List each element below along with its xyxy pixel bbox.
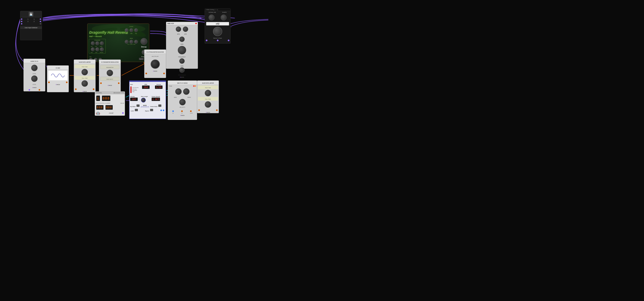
arp-bpm-display[interactable]: 164 [142,86,150,89]
mindi-ports [122,112,124,114]
arp-oct-spread-display[interactable]: 1 OCT [152,98,160,101]
slew-left-fall-knob[interactable] [82,80,88,87]
ams-apr-knob[interactable] [183,26,188,32]
midi-cv-bend-knob[interactable] [183,88,190,95]
input-port-2[interactable] [21,21,22,22]
midi-cv-in-port[interactable] [172,110,174,112]
bypass-button[interactable]: Bypass [139,58,144,60]
input-port-m[interactable] [21,23,22,24]
cv-param-in-port[interactable] [100,82,102,84]
arp-vel-display[interactable]: 107 [130,98,138,101]
spin-knob[interactable] [96,48,99,51]
audio-to-cv-level-knob-2[interactable] [31,76,38,82]
xfade-in-port-r[interactable] [217,40,218,41]
auto-input-selector-header: 💾 [20,11,42,17]
arp-cv-out[interactable] [163,110,164,111]
signal-ab-knob[interactable] [209,14,214,20]
audio-to-cv-title-bar: AUDIO TO CV [24,59,45,63]
diff-knob[interactable] [96,42,99,45]
arp-bypass-btn[interactable] [150,109,153,111]
ams-freq-knob[interactable] [178,46,186,54]
size-knob[interactable] [91,42,94,45]
dry-knob[interactable] [134,28,138,32]
slew-left-ports [74,88,96,90]
midi-cv-mod-logo: ⊙MOD [168,114,197,116]
ams-gain-knob-1[interactable] [179,36,185,42]
sync-opt-2: Midi Sync [132,88,139,90]
ams-frequency: FREQUENCY [166,46,198,58]
arp-bypass-section: Bypass [145,109,153,112]
cv-abs-out-port[interactable] [66,82,68,83]
decay-section: Decay [140,38,147,48]
mod-arpeggiator-module: Sync Free Running Midi Sync Quantized St… [129,80,166,119]
midi-cv-mod-label: MOD [174,97,176,98]
audio-to-cv-level-knob-1[interactable] [31,65,38,71]
mult-knob-high[interactable] [134,40,138,44]
cv-param-out-port[interactable] [118,82,120,84]
slew-left-fall-label: FALL TIME [82,78,88,79]
ams-gain-knob-2[interactable] [179,58,185,64]
ams-res-knob[interactable] [179,68,185,73]
arp-oct-mode-btn[interactable] [158,104,161,107]
width-knob[interactable] [100,42,104,45]
midi-cv-mod-knob[interactable] [175,88,182,95]
midi-cv-vel-knob[interactable] [179,99,186,105]
cv-param-knob[interactable] [107,70,113,76]
arp-mode-btn[interactable] [136,104,140,107]
cv-att-main-knob[interactable] [150,60,160,69]
arp-bpm-label: BPM [144,84,147,85]
xfade-out-port[interactable] [228,40,230,41]
cut-label: Cut [127,44,129,45]
input-port-1[interactable] [21,18,22,20]
slew-left-content: RISE TIME FALL TIME [74,64,96,88]
arp-logo-text: MOD [141,105,149,106]
mindi-out-port[interactable] [122,112,124,114]
mindi-labels: NOTE/CONTROL NUMBER VALUE [95,102,125,104]
output-port-1[interactable] [40,18,41,20]
slew-right-fall-knob[interactable] [205,101,211,108]
cv-att-out-port[interactable] [163,72,165,74]
late-knob[interactable] [130,28,133,32]
arp-latch-btn[interactable] [135,109,138,111]
xfade-main-knob[interactable] [213,27,222,36]
audio-in-port[interactable] [28,89,30,91]
shape-knob[interactable] [221,14,226,20]
cv-abs-in-port[interactable] [48,82,50,83]
xfade-in-port-l[interactable] [206,40,208,41]
slew-right-ports [197,109,219,111]
slew-left-out-port[interactable] [93,88,94,90]
output-port-2[interactable] [40,21,41,22]
midi-cv-title-bar: MIDI TO CV MONO [168,81,197,85]
mindi-note-label: NOTE/CONTROL NUMBER [96,103,110,104]
audio-to-cv-mod-logo: ⊙MOD [24,86,45,89]
midi-cv-out-port[interactable] [181,110,183,112]
arp-note-knob[interactable] [141,98,146,102]
levels-knobs: Early Late Dry [124,28,138,34]
slew-right-out-port[interactable] [216,109,218,111]
cv-att-in-port[interactable] [146,72,147,74]
auto-input-title: Auto Input Selector [20,26,42,29]
slew-left-rise-knob[interactable] [82,69,88,75]
cv-abs-ports [47,81,68,84]
cv-out-port[interactable] [38,89,40,91]
arp-division-display[interactable]: 1/16 [155,86,162,89]
ams-bpm-knob[interactable] [176,26,181,32]
xover-knob-high[interactable] [130,40,133,44]
arp-midi-in[interactable] [160,110,162,111]
midi-cv-gate-port[interactable] [190,110,192,112]
cut-knob-high[interactable] [125,40,128,44]
slew-left-rise-label: RISE TIME [82,66,88,68]
sync-fader-control[interactable] [130,86,132,93]
wander-knob[interactable] [100,48,104,51]
slew-left-in-port[interactable] [75,88,77,90]
audio-to-cv-module: AUDIO TO CV LEVEL LEVEL ⊙MOD [24,59,45,92]
io-rows: 1 1 2 2 M [20,17,42,26]
mod-knob[interactable] [91,48,94,51]
decay-knob[interactable] [140,38,147,45]
alpha-label: Alpha [130,38,133,39]
slew-right-in-port[interactable] [198,109,200,111]
io-row-m: M [21,23,41,25]
slew-right-rise-knob[interactable] [205,90,211,96]
early-knob[interactable] [125,28,128,32]
arp-bottom-row: Arp Mode MOD ARPEGGIATOR Octave Mode [130,104,166,108]
